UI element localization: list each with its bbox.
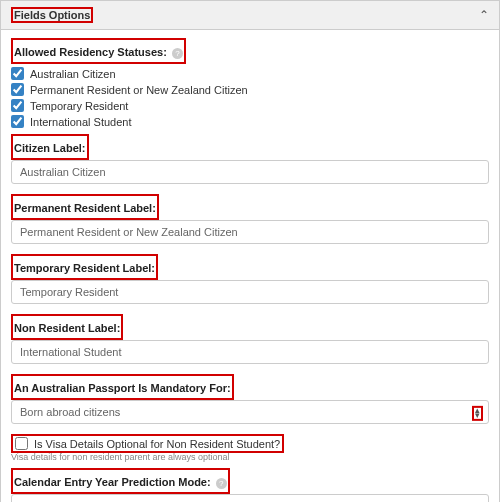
permanent-label-group: Permanent Resident Label:: [11, 194, 489, 248]
status-checkbox-3[interactable]: [11, 115, 24, 128]
citizen-label-group: Citizen Label:: [11, 134, 489, 188]
panel-title: Fields Options: [14, 9, 90, 21]
citizen-label-input[interactable]: [11, 160, 489, 184]
nonresident-label-title: Non Resident Label:: [14, 322, 120, 334]
collapse-icon[interactable]: ⌃: [479, 8, 489, 22]
visa-optional-group: Is Visa Details Optional for Non Residen…: [11, 434, 489, 462]
calendar-mode-group: Calendar Entry Year Prediction Mode: ? ▴…: [11, 468, 489, 502]
status-row-2: Temporary Resident: [11, 99, 489, 112]
permanent-label-title: Permanent Resident Label:: [14, 202, 156, 214]
status-row-0: Australian Citizen: [11, 67, 489, 80]
calendar-mode-select[interactable]: [11, 494, 489, 502]
status-checkbox-1[interactable]: [11, 83, 24, 96]
nonresident-label-input[interactable]: [11, 340, 489, 364]
citizen-label-title: Citizen Label:: [14, 142, 86, 154]
status-row-3: International Student: [11, 115, 489, 128]
passport-mandatory-title: An Australian Passport Is Mandatory For:: [14, 382, 231, 394]
temporary-label-group: Temporary Resident Label:: [11, 254, 489, 308]
fields-options-panel: Fields Options ⌃ Allowed Residency Statu…: [0, 0, 500, 502]
visa-optional-hint: Visa details for non resident parent are…: [11, 452, 489, 462]
status-label-2: Temporary Resident: [30, 100, 128, 112]
help-icon[interactable]: ?: [172, 48, 183, 59]
nonresident-label-group: Non Resident Label:: [11, 314, 489, 368]
panel-header[interactable]: Fields Options ⌃: [1, 1, 499, 30]
temporary-label-input[interactable]: [11, 280, 489, 304]
status-label-0: Australian Citizen: [30, 68, 116, 80]
allowed-statuses-label: Allowed Residency Statuses:: [14, 46, 167, 58]
status-checkbox-0[interactable]: [11, 67, 24, 80]
status-row-1: Permanent Resident or New Zealand Citize…: [11, 83, 489, 96]
status-checkbox-2[interactable]: [11, 99, 24, 112]
calendar-mode-title: Calendar Entry Year Prediction Mode:: [14, 476, 211, 488]
panel-body: Allowed Residency Statuses: ? Australian…: [1, 30, 499, 502]
passport-mandatory-group: An Australian Passport Is Mandatory For:…: [11, 374, 489, 428]
allowed-statuses-group: Allowed Residency Statuses: ? Australian…: [11, 38, 489, 128]
status-label-1: Permanent Resident or New Zealand Citize…: [30, 84, 248, 96]
temporary-label-title: Temporary Resident Label:: [14, 262, 155, 274]
visa-optional-checkbox[interactable]: [15, 437, 28, 450]
passport-mandatory-select[interactable]: [11, 400, 489, 424]
visa-optional-label: Is Visa Details Optional for Non Residen…: [34, 438, 280, 450]
permanent-label-input[interactable]: [11, 220, 489, 244]
help-icon[interactable]: ?: [216, 478, 227, 489]
status-label-3: International Student: [30, 116, 132, 128]
